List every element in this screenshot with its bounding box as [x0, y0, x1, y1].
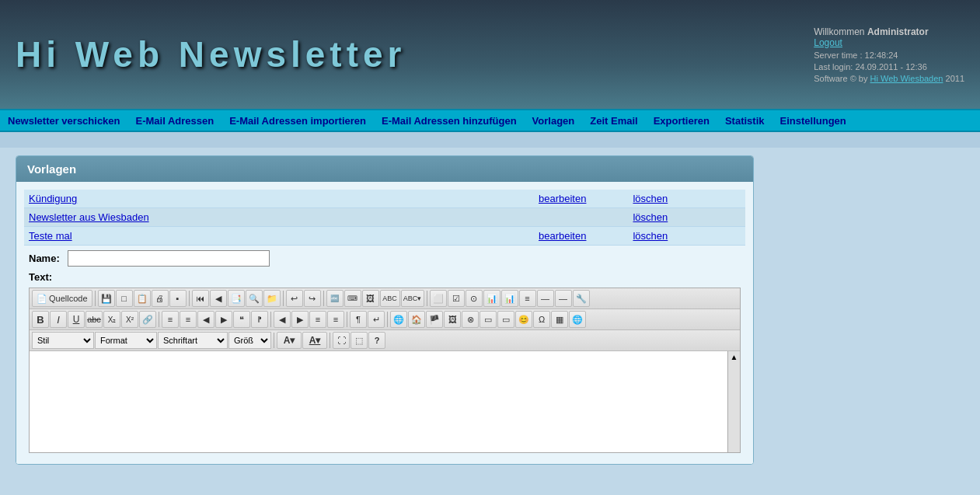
- align-center-button[interactable]: ▶: [291, 311, 309, 328]
- abc-drop-button[interactable]: ABC▾: [401, 290, 424, 307]
- abc-button[interactable]: ABC: [380, 290, 400, 307]
- div-button[interactable]: ⁋: [251, 311, 268, 328]
- nav-einstellungen[interactable]: Einstellungen: [772, 115, 854, 127]
- list-btn[interactable]: ≡: [519, 290, 536, 307]
- help-button[interactable]: ?: [368, 332, 385, 349]
- home-button[interactable]: 🏠: [408, 311, 425, 328]
- font-color-button[interactable]: A▾: [277, 332, 302, 349]
- nav-email-adressen[interactable]: E-Mail Adressen: [128, 115, 222, 127]
- flag-button[interactable]: 🏴: [426, 311, 443, 328]
- vorlagen-header: Vorlagen: [16, 156, 753, 182]
- about-button[interactable]: 🌐: [569, 311, 586, 328]
- tools-btn[interactable]: 🔧: [573, 290, 590, 307]
- nav-statistik[interactable]: Statistik: [717, 115, 772, 127]
- vorlage-name-3[interactable]: Teste mal: [29, 230, 539, 242]
- sep: [95, 291, 96, 306]
- align-right-button[interactable]: ≡: [309, 311, 326, 328]
- nav-zeit-email[interactable]: Zeit Email: [582, 115, 645, 127]
- undo2-button[interactable]: ↩: [286, 290, 303, 307]
- stil-select[interactable]: Stil: [32, 332, 94, 349]
- image-button[interactable]: 🖼: [362, 290, 379, 307]
- nav-exportieren[interactable]: Exportieren: [646, 115, 717, 127]
- grosse-select[interactable]: Größ: [228, 332, 271, 349]
- copy-template-button[interactable]: 📋: [134, 290, 151, 307]
- superscript-button[interactable]: X²: [121, 311, 138, 328]
- save-button[interactable]: 💾: [98, 290, 115, 307]
- page-break-button[interactable]: ▦: [551, 311, 568, 328]
- outdent-button[interactable]: ◀: [197, 311, 214, 328]
- scroll-up-button[interactable]: ▲: [729, 351, 740, 363]
- template-btn[interactable]: ⬜: [430, 290, 447, 307]
- vorlage-actions-1: bearbeiten löschen: [539, 193, 741, 204]
- hr2-btn[interactable]: —: [555, 290, 572, 307]
- vorlagen-content: Kündigung bearbeiten löschen Newsletter …: [16, 182, 753, 464]
- rtl-button[interactable]: ↵: [368, 311, 385, 328]
- quellcode-button[interactable]: 📄 Quellcode: [32, 290, 92, 307]
- nav-email-add[interactable]: E-Mail Adressen hinzufügen: [374, 115, 525, 127]
- smiley-button[interactable]: 😊: [515, 311, 532, 328]
- img-button[interactable]: 🖼: [444, 311, 461, 328]
- editor-body[interactable]: [30, 351, 727, 452]
- justify-button[interactable]: ≡: [327, 311, 344, 328]
- indent-button[interactable]: ▶: [215, 311, 232, 328]
- schriftart-select[interactable]: Schriftart: [158, 332, 228, 349]
- ltr-button[interactable]: ¶: [350, 311, 367, 328]
- table2-btn[interactable]: 📊: [501, 290, 518, 307]
- special-char-button[interactable]: Ω: [533, 311, 550, 328]
- bearbeiten-link-3[interactable]: bearbeiten: [539, 230, 586, 242]
- toolbar-row-3: Stil Format Schriftart Größ A▾ A▾ ⛶: [30, 330, 740, 351]
- name-input[interactable]: [68, 250, 270, 267]
- sep: [323, 291, 324, 306]
- table-row: Newsletter aus Wiesbaden bearbeiten lösc…: [24, 208, 745, 227]
- link-button[interactable]: 🔗: [139, 311, 156, 328]
- logout-link[interactable]: Logout: [814, 37, 842, 48]
- print-button[interactable]: 🖨: [152, 290, 169, 307]
- flash-button[interactable]: ⊗: [462, 311, 479, 328]
- bold-button[interactable]: B: [32, 311, 49, 328]
- subscript-button[interactable]: X₂: [103, 311, 120, 328]
- resize-button[interactable]: ⬚: [350, 332, 368, 349]
- italic-button[interactable]: I: [50, 311, 67, 328]
- paste-button[interactable]: 📑: [228, 290, 245, 307]
- blockquote-button[interactable]: ❝: [233, 311, 250, 328]
- align-left-button[interactable]: ◀: [274, 311, 291, 328]
- ol-button[interactable]: ≡: [162, 311, 179, 328]
- radio-btn[interactable]: ⊙: [466, 290, 483, 307]
- undo-all-button[interactable]: ⏮: [192, 290, 209, 307]
- find-button[interactable]: 🔍: [246, 290, 263, 307]
- bearbeiten-link-1[interactable]: bearbeiten: [539, 193, 586, 204]
- hline2-button[interactable]: ▭: [497, 311, 514, 328]
- undo-button[interactable]: ◀: [210, 290, 227, 307]
- format-select[interactable]: Format: [95, 332, 157, 349]
- bg-color-button[interactable]: A▾: [302, 332, 327, 349]
- table-btn[interactable]: 📊: [483, 290, 500, 307]
- checkbox-btn[interactable]: ☑: [448, 290, 465, 307]
- redo-button[interactable]: ↪: [304, 290, 321, 307]
- editor-scrollbar[interactable]: ▲: [727, 351, 740, 452]
- separator: [0, 132, 980, 148]
- loeschen-link-3[interactable]: löschen: [633, 230, 668, 242]
- find-replace-button[interactable]: 🔤: [326, 290, 344, 307]
- open-button[interactable]: 📁: [263, 290, 281, 307]
- underline-button[interactable]: U: [68, 311, 85, 328]
- new-doc-button[interactable]: □: [116, 290, 133, 307]
- text-label: Text:: [24, 268, 745, 284]
- software-link[interactable]: Hi Web Wiesbaden: [870, 74, 943, 83]
- loeschen-link-1[interactable]: löschen: [633, 193, 668, 204]
- ul-button[interactable]: ≡: [180, 311, 197, 328]
- nav-email-import[interactable]: E-Mail Adressen importieren: [221, 115, 374, 127]
- sep: [387, 312, 388, 327]
- nav-newsletter-verschicken[interactable]: Newsletter verschicken: [0, 115, 128, 127]
- editor-container: 📄 Quellcode 💾 □ 📋 🖨 ▪ ⏮ ◀ 📑 🔍 📁: [29, 288, 741, 453]
- hline-button[interactable]: ▭: [480, 311, 497, 328]
- spell-button[interactable]: ⌨: [344, 290, 361, 307]
- nav-vorlagen[interactable]: Vorlagen: [525, 115, 583, 127]
- maximize-button[interactable]: ⛶: [333, 332, 350, 349]
- vorlage-name-1[interactable]: Kündigung: [29, 193, 539, 204]
- hr-btn[interactable]: —: [537, 290, 554, 307]
- loeschen-link-2[interactable]: löschen: [633, 211, 668, 223]
- insert-image-button[interactable]: 🌐: [390, 311, 407, 328]
- strikethrough-button[interactable]: abc: [85, 311, 103, 328]
- preview-button[interactable]: ▪: [169, 290, 187, 307]
- vorlage-name-2[interactable]: Newsletter aus Wiesbaden: [29, 211, 539, 223]
